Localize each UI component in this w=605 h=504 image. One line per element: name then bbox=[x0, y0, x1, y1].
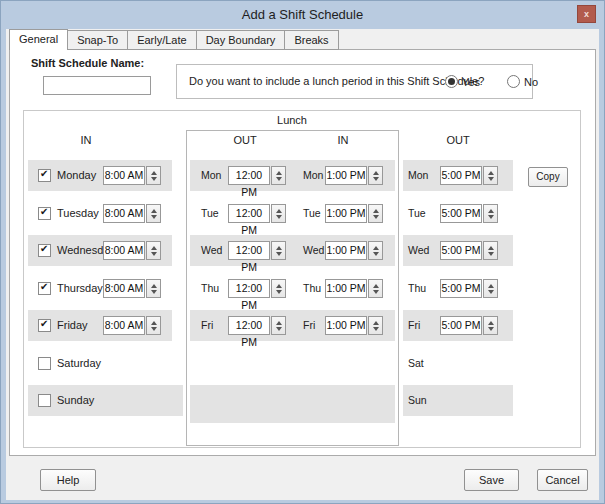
spinner-up-icon[interactable] bbox=[151, 321, 157, 325]
spinner-arrows-icon[interactable] bbox=[483, 241, 498, 260]
monday-lunch-in-spinner[interactable]: 1:00 PM bbox=[325, 166, 383, 185]
spinner-arrows-icon[interactable] bbox=[483, 204, 498, 223]
monday-checkbox[interactable] bbox=[38, 169, 51, 182]
monday-in-spinner[interactable]: 8:00 AM bbox=[103, 166, 161, 185]
spinner-down-icon[interactable] bbox=[373, 215, 379, 219]
spinner-up-icon[interactable] bbox=[151, 171, 157, 175]
save-button[interactable]: Save bbox=[464, 469, 519, 491]
cancel-button[interactable]: Cancel bbox=[537, 469, 588, 491]
friday-lunch-out-spinner[interactable]: 12:00 PM bbox=[228, 316, 286, 335]
spinner-arrows-icon[interactable] bbox=[368, 279, 383, 298]
spinner-arrows-icon[interactable] bbox=[146, 166, 161, 185]
spinner-arrows-icon[interactable] bbox=[368, 241, 383, 260]
close-icon[interactable]: x bbox=[577, 5, 596, 23]
spinner-down-icon[interactable] bbox=[151, 177, 157, 181]
spinner-up-icon[interactable] bbox=[276, 246, 282, 250]
spinner-arrows-icon[interactable] bbox=[368, 316, 383, 335]
spinner-arrows-icon[interactable] bbox=[146, 279, 161, 298]
friday-out-spinner[interactable]: 5:00 PM bbox=[440, 316, 498, 335]
tab-early-late[interactable]: Early/Late bbox=[127, 30, 197, 50]
tuesday-out-spinner[interactable]: 5:00 PM bbox=[440, 204, 498, 223]
spinner-up-icon[interactable] bbox=[488, 171, 494, 175]
spinner-arrows-icon[interactable] bbox=[271, 241, 286, 260]
spinner-arrows-icon[interactable] bbox=[483, 279, 498, 298]
spinner-down-icon[interactable] bbox=[276, 327, 282, 331]
spinner-up-icon[interactable] bbox=[373, 171, 379, 175]
spinner-down-icon[interactable] bbox=[488, 252, 494, 256]
spinner-arrows-icon[interactable] bbox=[146, 241, 161, 260]
sunday-checkbox[interactable] bbox=[38, 394, 51, 407]
spinner-down-icon[interactable] bbox=[488, 290, 494, 294]
spinner-down-icon[interactable] bbox=[488, 177, 494, 181]
friday-in-spinner[interactable]: 8:00 AM bbox=[103, 316, 161, 335]
spinner-up-icon[interactable] bbox=[488, 321, 494, 325]
spinner-down-icon[interactable] bbox=[276, 290, 282, 294]
spinner-up-icon[interactable] bbox=[373, 246, 379, 250]
spinner-arrows-icon[interactable] bbox=[146, 204, 161, 223]
spinner-down-icon[interactable] bbox=[151, 215, 157, 219]
tuesday-checkbox[interactable] bbox=[38, 207, 51, 220]
thursday-in-spinner[interactable]: 8:00 AM bbox=[103, 279, 161, 298]
spinner-up-icon[interactable] bbox=[151, 284, 157, 288]
spinner-down-icon[interactable] bbox=[151, 290, 157, 294]
yes-radio[interactable] bbox=[445, 75, 458, 88]
tab-snap-to[interactable]: Snap-To bbox=[67, 30, 128, 50]
spinner-up-icon[interactable] bbox=[276, 321, 282, 325]
spinner-arrows-icon[interactable] bbox=[271, 316, 286, 335]
copy-button[interactable]: Copy bbox=[528, 167, 568, 187]
spinner-arrows-icon[interactable] bbox=[271, 204, 286, 223]
spinner-up-icon[interactable] bbox=[488, 209, 494, 213]
shift-schedule-name-input[interactable] bbox=[43, 76, 151, 95]
monday-lunch-out-spinner[interactable]: 12:00 PM bbox=[228, 166, 286, 185]
spinner-up-icon[interactable] bbox=[373, 321, 379, 325]
friday-lunch-in-spinner[interactable]: 1:00 PM bbox=[325, 316, 383, 335]
spinner-up-icon[interactable] bbox=[488, 246, 494, 250]
lunch-yes-option[interactable]: Yes bbox=[445, 75, 480, 88]
spinner-up-icon[interactable] bbox=[373, 284, 379, 288]
thursday-out-spinner[interactable]: 5:00 PM bbox=[440, 279, 498, 298]
spinner-up-icon[interactable] bbox=[151, 246, 157, 250]
spinner-down-icon[interactable] bbox=[151, 252, 157, 256]
spinner-up-icon[interactable] bbox=[488, 284, 494, 288]
spinner-down-icon[interactable] bbox=[373, 177, 379, 181]
wednesday-out-spinner[interactable]: 5:00 PM bbox=[440, 241, 498, 260]
no-radio[interactable] bbox=[507, 75, 520, 88]
spinner-down-icon[interactable] bbox=[488, 215, 494, 219]
spinner-down-icon[interactable] bbox=[373, 327, 379, 331]
spinner-arrows-icon[interactable] bbox=[483, 316, 498, 335]
spinner-arrows-icon[interactable] bbox=[368, 204, 383, 223]
spinner-down-icon[interactable] bbox=[276, 252, 282, 256]
tuesday-in-spinner[interactable]: 8:00 AM bbox=[103, 204, 161, 223]
help-button[interactable]: Help bbox=[40, 469, 96, 491]
wednesday-lunch-out-spinner[interactable]: 12:00 PM bbox=[228, 241, 286, 260]
thursday-lunch-in-spinner[interactable]: 1:00 PM bbox=[325, 279, 383, 298]
spinner-up-icon[interactable] bbox=[276, 171, 282, 175]
friday-checkbox[interactable] bbox=[38, 319, 51, 332]
spinner-arrows-icon[interactable] bbox=[271, 166, 286, 185]
saturday-checkbox[interactable] bbox=[38, 357, 51, 370]
spinner-down-icon[interactable] bbox=[488, 327, 494, 331]
wednesday-checkbox[interactable] bbox=[38, 244, 51, 257]
thursday-lunch-out-spinner[interactable]: 12:00 PM bbox=[228, 279, 286, 298]
lunch-no-option[interactable]: No bbox=[507, 75, 538, 88]
spinner-arrows-icon[interactable] bbox=[368, 166, 383, 185]
tab-breaks[interactable]: Breaks bbox=[284, 30, 338, 50]
spinner-arrows-icon[interactable] bbox=[483, 166, 498, 185]
spinner-up-icon[interactable] bbox=[276, 209, 282, 213]
spinner-down-icon[interactable] bbox=[151, 327, 157, 331]
spinner-up-icon[interactable] bbox=[151, 209, 157, 213]
thursday-checkbox[interactable] bbox=[38, 282, 51, 295]
wednesday-in-spinner[interactable]: 8:00 AM bbox=[103, 241, 161, 260]
tuesday-lunch-out-spinner[interactable]: 12:00 PM bbox=[228, 204, 286, 223]
spinner-up-icon[interactable] bbox=[373, 209, 379, 213]
spinner-down-icon[interactable] bbox=[276, 177, 282, 181]
spinner-down-icon[interactable] bbox=[373, 290, 379, 294]
spinner-up-icon[interactable] bbox=[276, 284, 282, 288]
wednesday-lunch-in-spinner[interactable]: 1:00 PM bbox=[325, 241, 383, 260]
tab-general[interactable]: General bbox=[9, 29, 68, 50]
spinner-down-icon[interactable] bbox=[373, 252, 379, 256]
spinner-down-icon[interactable] bbox=[276, 215, 282, 219]
monday-out-spinner[interactable]: 5:00 PM bbox=[440, 166, 498, 185]
tuesday-lunch-in-spinner[interactable]: 1:00 PM bbox=[325, 204, 383, 223]
spinner-arrows-icon[interactable] bbox=[146, 316, 161, 335]
